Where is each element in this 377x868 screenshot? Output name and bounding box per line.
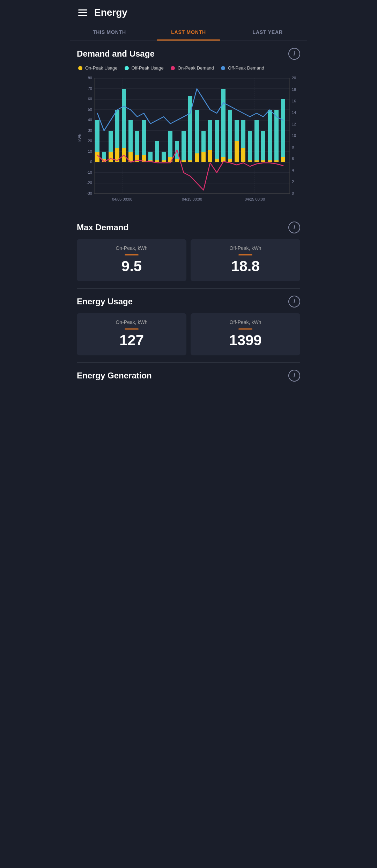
svg-rect-93	[235, 141, 239, 162]
svg-rect-84	[175, 159, 179, 162]
legend-off-peak-usage: Off-Peak Usage	[125, 65, 164, 71]
energy-usage-header: Energy Usage i	[77, 296, 300, 308]
max-demand-on-peak-card: On-Peak, kWh 9.5	[77, 239, 186, 281]
svg-text:-10: -10	[87, 170, 92, 174]
svg-rect-62	[221, 89, 226, 162]
svg-text:60: 60	[88, 97, 92, 101]
legend-on-peak-usage: On-Peak Usage	[78, 65, 118, 71]
chart-svg: -30 -20 -10 0 10 20 30 40 50 60 70 80 kW…	[77, 75, 300, 208]
energy-usage-on-peak-value: 127	[119, 333, 144, 348]
svg-rect-85	[182, 160, 186, 162]
svg-text:0: 0	[90, 160, 92, 164]
svg-rect-100	[281, 157, 285, 162]
energy-generation-section: Energy Generation i	[70, 363, 307, 382]
off-peak-usage-label: Off-Peak Usage	[132, 65, 164, 71]
svg-text:04/05 00:00: 04/05 00:00	[112, 197, 132, 201]
svg-text:70: 70	[88, 86, 92, 91]
max-demand-off-peak-underline	[238, 254, 252, 255]
svg-rect-67	[254, 120, 259, 162]
svg-text:8: 8	[292, 145, 294, 149]
svg-rect-86	[188, 160, 192, 162]
svg-rect-88	[201, 152, 206, 162]
max-demand-on-peak-label: On-Peak, kWh	[116, 245, 147, 251]
svg-rect-94	[241, 148, 245, 162]
menu-button[interactable]	[78, 9, 87, 16]
max-demand-info-button[interactable]: i	[288, 222, 300, 233]
energy-usage-cards: On-Peak, kWh 127 Off-Peak, kWh 1399	[70, 313, 307, 362]
on-peak-demand-dot	[171, 66, 175, 70]
svg-rect-69	[268, 110, 272, 162]
svg-text:04/25 00:00: 04/25 00:00	[245, 197, 265, 201]
svg-rect-66	[248, 131, 252, 162]
svg-rect-90	[215, 159, 219, 162]
energy-generation-title: Energy Generation	[77, 371, 152, 381]
energy-usage-on-peak-card: On-Peak, kWh 127	[77, 313, 186, 355]
svg-text:4: 4	[292, 168, 294, 172]
energy-usage-on-peak-label: On-Peak, kWh	[116, 319, 147, 325]
tab-last-month[interactable]: LAST MONTH	[149, 24, 228, 41]
legend-on-peak-demand: On-Peak Demand	[171, 65, 214, 71]
max-demand-off-peak-label: Off-Peak, kWh	[230, 245, 261, 251]
svg-rect-52	[155, 141, 159, 162]
svg-text:18: 18	[292, 87, 296, 92]
energy-generation-header: Energy Generation i	[77, 370, 300, 382]
svg-rect-96	[254, 160, 259, 162]
energy-usage-off-peak-card: Off-Peak, kWh 1399	[191, 313, 300, 355]
energy-usage-on-peak-underline	[125, 328, 139, 330]
svg-text:10: 10	[292, 133, 296, 138]
max-demand-off-peak-value: 18.8	[231, 259, 260, 274]
svg-text:14: 14	[292, 110, 296, 115]
off-peak-demand-label: Off-Peak Demand	[228, 65, 264, 71]
max-demand-header: Max Demand i	[77, 222, 300, 233]
svg-text:kWh: kWh	[77, 134, 82, 142]
max-demand-off-peak-card: Off-Peak, kWh 18.8	[191, 239, 300, 281]
energy-usage-title: Energy Usage	[77, 297, 133, 306]
svg-rect-56	[182, 131, 186, 162]
max-demand-section: Max Demand i	[70, 215, 307, 233]
energy-usage-info-button[interactable]: i	[288, 296, 300, 308]
max-demand-on-peak-value: 9.5	[121, 259, 142, 274]
svg-rect-95	[248, 160, 252, 162]
svg-text:04/15 00:00: 04/15 00:00	[182, 197, 202, 201]
svg-text:2: 2	[292, 180, 294, 184]
svg-rect-61	[215, 120, 219, 162]
svg-rect-87	[195, 153, 199, 162]
svg-text:-30: -30	[87, 191, 92, 195]
svg-rect-74	[109, 152, 113, 162]
off-peak-usage-dot	[125, 66, 129, 70]
energy-usage-section: Energy Usage i	[70, 289, 307, 308]
energy-generation-info-button[interactable]: i	[288, 370, 300, 382]
svg-rect-98	[268, 160, 272, 162]
svg-text:10: 10	[88, 149, 92, 153]
energy-usage-off-peak-label: Off-Peak, kWh	[230, 319, 261, 325]
svg-text:16: 16	[292, 99, 296, 103]
demand-usage-section: Demand and Usage i On-Peak Usage Off-Pea…	[70, 41, 307, 208]
tab-bar: THIS MONTH LAST MONTH LAST YEAR	[70, 24, 307, 41]
svg-text:-20: -20	[87, 181, 92, 185]
tab-this-month[interactable]: THIS MONTH	[70, 24, 149, 41]
chart-legend: On-Peak Usage Off-Peak Usage On-Peak Dem…	[77, 65, 300, 71]
svg-rect-81	[155, 160, 159, 162]
svg-rect-71	[281, 99, 285, 162]
demand-usage-header: Demand and Usage i	[77, 48, 300, 60]
on-peak-demand-label: On-Peak Demand	[178, 65, 214, 71]
svg-text:20: 20	[292, 76, 296, 80]
max-demand-cards: On-Peak, kWh 9.5 Off-Peak, kWh 18.8	[70, 239, 307, 288]
demand-usage-info-button[interactable]: i	[288, 48, 300, 60]
svg-text:40: 40	[88, 118, 92, 122]
svg-rect-63	[228, 110, 232, 162]
on-peak-usage-dot	[78, 66, 82, 70]
demand-usage-chart: -30 -20 -10 0 10 20 30 40 50 60 70 80 kW…	[77, 75, 300, 208]
tab-last-year[interactable]: LAST YEAR	[228, 24, 307, 41]
svg-text:50: 50	[88, 107, 92, 111]
svg-text:20: 20	[88, 139, 92, 143]
svg-text:12: 12	[292, 122, 296, 126]
svg-rect-82	[162, 160, 166, 162]
on-peak-usage-label: On-Peak Usage	[85, 65, 118, 71]
svg-text:0: 0	[292, 191, 294, 195]
svg-text:6: 6	[292, 157, 294, 161]
max-demand-on-peak-underline	[125, 254, 139, 255]
svg-rect-57	[188, 96, 192, 162]
svg-rect-97	[261, 160, 265, 162]
svg-text:80: 80	[88, 76, 92, 80]
